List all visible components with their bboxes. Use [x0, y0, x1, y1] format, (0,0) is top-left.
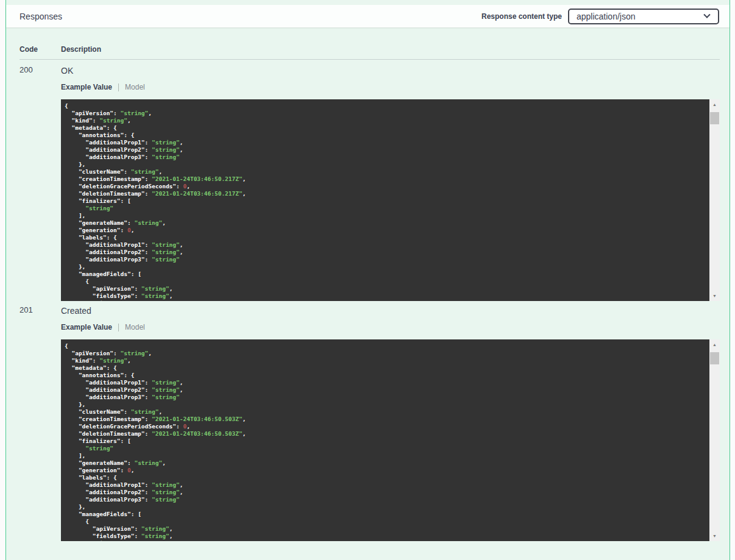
response-description-text: Created — [61, 307, 720, 315]
example-model-tabs: Example Value Model — [61, 324, 720, 331]
chevron-down-icon — [703, 11, 710, 18]
status-code-201: 201 — [20, 306, 61, 541]
example-json-201[interactable]: { "apiVersion": "string", "kind": "strin… — [61, 339, 720, 541]
scroll-down-icon[interactable]: ▼ — [709, 291, 720, 300]
response-row-201: 201 Created Example Value Model { "apiVe… — [20, 301, 720, 541]
code-scrollbar[interactable]: ▲ ▼ — [709, 339, 720, 541]
tab-separator — [118, 324, 119, 331]
code-scrollbar[interactable]: ▲ ▼ — [709, 99, 720, 301]
responses-panel: Responses Response content type applicat… — [5, 0, 730, 560]
example-value-code-block: { "apiVersion": "string", "kind": "strin… — [61, 99, 720, 301]
tab-example-value[interactable]: Example Value — [61, 324, 112, 331]
status-code-200: 200 — [20, 66, 61, 301]
tab-model[interactable]: Model — [125, 83, 145, 91]
scrollbar-thumb[interactable] — [710, 352, 719, 364]
tab-separator — [118, 83, 119, 91]
example-model-tabs: Example Value Model — [61, 83, 720, 91]
scroll-down-icon[interactable]: ▼ — [709, 531, 720, 541]
code-column-header: Code — [20, 45, 61, 54]
scroll-up-icon[interactable]: ▲ — [709, 340, 720, 349]
response-row-200: 200 OK Example Value Model { "apiVersion… — [20, 60, 720, 301]
tab-model[interactable]: Model — [125, 324, 145, 331]
tab-example-value[interactable]: Example Value — [61, 83, 112, 91]
response-description-text: OK — [61, 66, 720, 75]
example-json-200[interactable]: { "apiVersion": "string", "kind": "strin… — [61, 99, 720, 301]
scrollbar-thumb[interactable] — [710, 112, 719, 124]
response-content-type-label: Response content type — [481, 12, 562, 21]
page-title: Responses — [20, 12, 62, 21]
response-description-cell: OK Example Value Model { "apiVersion": "… — [61, 66, 720, 301]
responses-table-header: Code Description — [20, 45, 720, 60]
selected-content-type: application/json — [577, 12, 636, 21]
responses-table: Code Description 200 OK Example Value Mo… — [6, 27, 730, 541]
responses-section-header: Responses Response content type applicat… — [6, 5, 730, 27]
scroll-up-icon[interactable]: ▲ — [709, 100, 720, 109]
description-column-header: Description — [61, 45, 101, 54]
response-description-cell: Created Example Value Model { "apiVersio… — [61, 306, 720, 541]
example-value-code-block: { "apiVersion": "string", "kind": "strin… — [61, 339, 720, 541]
response-content-type-select[interactable]: application/json — [568, 9, 719, 24]
